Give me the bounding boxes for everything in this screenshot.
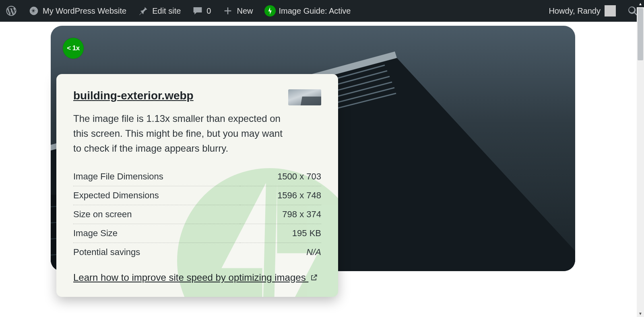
image-thumbnail[interactable] bbox=[288, 89, 321, 105]
image-filename-link[interactable]: building-exterior.webp bbox=[73, 89, 194, 102]
my-account[interactable]: Howdy, Randy bbox=[543, 0, 621, 22]
vertical-scrollbar[interactable]: ▲ ▼ bbox=[637, 0, 644, 317]
new-content[interactable]: New bbox=[217, 0, 258, 22]
stats-row: Image Size195 KB bbox=[73, 224, 321, 243]
stats-label: Potential savings bbox=[73, 243, 240, 261]
image-stats-table: Image File Dimensions1500 x 703Expected … bbox=[73, 167, 321, 261]
wp-logo[interactable] bbox=[0, 0, 23, 22]
plus-icon bbox=[222, 5, 233, 16]
external-link-icon bbox=[310, 273, 318, 284]
stats-value: 195 KB bbox=[240, 224, 321, 243]
wp-admin-bar: My WordPress Website Edit site 0 New Ima… bbox=[0, 0, 644, 22]
new-label: New bbox=[237, 6, 253, 16]
edit-site-label: Edit site bbox=[152, 6, 181, 16]
learn-more-link[interactable]: Learn how to improve site speed by optim… bbox=[73, 272, 318, 283]
comments-count: 0 bbox=[206, 6, 211, 16]
stats-row: Size on screen798 x 374 bbox=[73, 205, 321, 224]
site-title-label: My WordPress Website bbox=[43, 6, 126, 16]
image-guide-label: Image Guide: Active bbox=[279, 6, 351, 16]
stats-label: Image File Dimensions bbox=[73, 167, 240, 186]
learn-more-text: Learn how to improve site speed by optim… bbox=[73, 272, 308, 283]
jetpack-image-guide[interactable]: Image Guide: Active bbox=[259, 0, 357, 22]
stats-value: 1500 x 703 bbox=[240, 167, 321, 186]
jetpack-icon bbox=[264, 5, 276, 16]
stats-row: Image File Dimensions1500 x 703 bbox=[73, 167, 321, 186]
stats-label: Size on screen bbox=[73, 205, 240, 224]
scroll-down-arrow[interactable]: ▼ bbox=[637, 310, 644, 317]
stats-label: Expected Dimensions bbox=[73, 186, 240, 205]
stats-row: Potential savingsN/A bbox=[73, 243, 321, 261]
howdy-label: Howdy, Randy bbox=[549, 6, 601, 16]
avatar bbox=[605, 5, 616, 16]
comments[interactable]: 0 bbox=[186, 0, 217, 22]
image-description: The image file is 1.13x smaller than exp… bbox=[73, 111, 283, 156]
pin-icon bbox=[138, 5, 149, 16]
wordpress-icon bbox=[6, 5, 17, 16]
stats-label: Image Size bbox=[73, 224, 240, 243]
edit-site[interactable]: Edit site bbox=[132, 0, 186, 22]
scale-badge-text: < 1x bbox=[67, 44, 80, 52]
scroll-thumb[interactable] bbox=[638, 8, 643, 60]
dashboard-icon bbox=[28, 5, 39, 16]
comment-icon bbox=[192, 5, 203, 16]
stats-row: Expected Dimensions1596 x 748 bbox=[73, 186, 321, 205]
page-content: < 1x building-exterior.webp The image fi… bbox=[0, 22, 644, 317]
image-guide-popover: building-exterior.webp The image file is… bbox=[56, 74, 338, 297]
stats-value: 1596 x 748 bbox=[240, 186, 321, 205]
scale-badge[interactable]: < 1x bbox=[63, 38, 84, 59]
stats-value: N/A bbox=[240, 243, 321, 261]
stats-value: 798 x 374 bbox=[240, 205, 321, 224]
scroll-up-arrow[interactable]: ▲ bbox=[637, 0, 644, 7]
site-name[interactable]: My WordPress Website bbox=[23, 0, 132, 22]
